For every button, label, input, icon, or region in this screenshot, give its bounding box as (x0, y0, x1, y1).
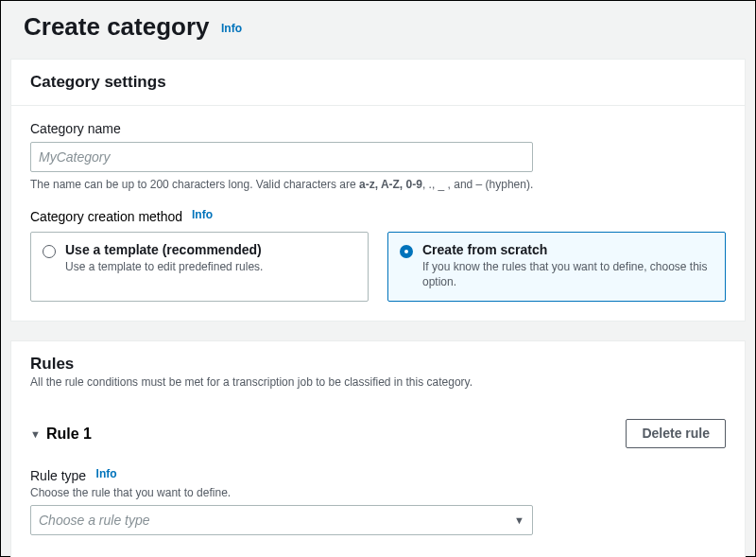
radio-icon (400, 245, 413, 258)
rules-subtitle: All the rule conditions must be met for … (30, 375, 726, 389)
page-info-link[interactable]: Info (221, 22, 242, 35)
chevron-down-icon: ▼ (514, 514, 524, 526)
option-create-from-scratch-desc: If you know the rules that you want to d… (422, 259, 713, 289)
category-name-input[interactable] (30, 142, 533, 172)
option-use-template-desc: Use a template to edit predefined rules. (65, 259, 263, 274)
delete-rule-button[interactable]: Delete rule (626, 419, 726, 448)
radio-icon (43, 245, 56, 258)
rule-type-help: Choose the rule that you want to define. (30, 486, 726, 499)
creation-method-info-link[interactable]: Info (192, 208, 213, 221)
rules-panel: Rules All the rule conditions must be me… (10, 340, 746, 557)
rule-type-select[interactable]: Choose a rule type ▼ (30, 505, 533, 535)
option-use-template[interactable]: Use a template (recommended) Use a templ… (30, 232, 369, 302)
category-settings-title: Category settings (30, 73, 726, 92)
rule-type-placeholder: Choose a rule type (39, 513, 150, 528)
creation-method-label: Category creation method (30, 209, 182, 224)
rule-1-name: Rule 1 (46, 426, 92, 443)
option-create-from-scratch-title: Create from scratch (422, 242, 713, 257)
option-use-template-title: Use a template (recommended) (65, 242, 263, 257)
rule-1-toggle[interactable]: ▼ Rule 1 (30, 426, 92, 443)
rule-type-label: Rule type (30, 468, 86, 483)
category-settings-panel: Category settings Category name The name… (10, 59, 746, 322)
page-title: Create category (24, 12, 210, 41)
rules-title: Rules (30, 355, 726, 374)
chevron-down-icon: ▼ (30, 428, 41, 440)
option-create-from-scratch[interactable]: Create from scratch If you know the rule… (387, 232, 726, 302)
rule-type-info-link[interactable]: Info (96, 467, 117, 480)
category-name-helper: The name can be up to 200 characters lon… (30, 178, 726, 191)
category-name-label: Category name (30, 121, 726, 136)
